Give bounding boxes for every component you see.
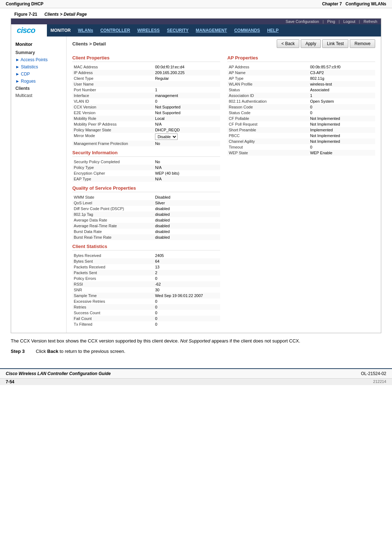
table-row: Short PreambleImplemented bbox=[227, 127, 375, 133]
table-row: AP Address00:0b:85:57:c9:f0 bbox=[227, 64, 375, 70]
table-row: Management Frame ProtectionNo bbox=[72, 141, 220, 146]
sidebar-item-clients[interactable]: Clients bbox=[11, 85, 66, 92]
table-row: Success Count0 bbox=[72, 310, 220, 316]
security-information-header: Security Information bbox=[72, 150, 220, 157]
table-row: Association ID1 bbox=[227, 93, 375, 98]
table-row: Policy Errors0 bbox=[72, 276, 220, 281]
sidebar-item-multicast[interactable]: Multicast bbox=[11, 92, 66, 99]
button-group: < Back Apply Link Test Remove bbox=[277, 39, 375, 48]
save-config-link[interactable]: Save Configuration bbox=[286, 19, 319, 24]
client-properties-header: Client Properties bbox=[72, 55, 220, 62]
table-row: Mobility Peer IP AddressN/A bbox=[72, 121, 220, 127]
table-row: Bytes Sent64 bbox=[72, 258, 220, 264]
table-row: IP Address209.165.200.225 bbox=[72, 70, 220, 76]
table-row: RSSI-62 bbox=[72, 281, 220, 287]
table-row: Fail Count0 bbox=[72, 316, 220, 321]
nav-controller[interactable]: CONTROLLER bbox=[97, 26, 134, 35]
sidebar: Monitor Summary ► Access Points ► Statis… bbox=[11, 37, 67, 333]
sidebar-item-rogues[interactable]: ► Rogues bbox=[11, 78, 66, 85]
table-row: WMM StateDisabled bbox=[72, 194, 220, 200]
table-row: User Name bbox=[72, 81, 220, 87]
ping-link[interactable]: Ping bbox=[327, 19, 335, 24]
back-button[interactable]: < Back bbox=[277, 39, 299, 48]
table-row: EAP TypeN/A bbox=[72, 176, 220, 182]
step3: Step 3 Click Back to return to the previ… bbox=[11, 349, 381, 354]
breadcrumb: Clients > Detail bbox=[72, 41, 106, 47]
table-row: Client TypeRegular bbox=[72, 76, 220, 81]
nav-management[interactable]: MANAGEMENT bbox=[192, 26, 231, 35]
table-row: Tx Filtered0 bbox=[72, 321, 220, 327]
table-row: 802.11 AuthenticationOpen System bbox=[227, 98, 375, 104]
table-row: CCX VersionNot Supported bbox=[72, 104, 220, 110]
table-row: Diff Serv Code Point (DSCP)disabled bbox=[72, 206, 220, 212]
table-row: Timeout0 bbox=[227, 144, 375, 150]
sidebar-item-access-points[interactable]: ► Access Points bbox=[11, 56, 66, 63]
table-row: Average Real-Time Ratedisabled bbox=[72, 223, 220, 229]
table-row: VLAN ID0 bbox=[72, 98, 220, 104]
body-text-paragraph: The CCX Version text box shows the CCX v… bbox=[11, 337, 381, 345]
step3-content: Click Back to return to the previous scr… bbox=[36, 349, 125, 354]
table-row: Channel AgilityNot Implemented bbox=[227, 138, 375, 144]
table-row: Packets Received13 bbox=[72, 264, 220, 270]
table-row: Status Code0 bbox=[227, 110, 375, 116]
nav-wlans[interactable]: WLANs bbox=[74, 26, 97, 35]
mirror-mode-select[interactable]: DisableEnable bbox=[155, 133, 178, 140]
remove-button[interactable]: Remove bbox=[350, 39, 375, 48]
table-row: Bytes Received2405 bbox=[72, 253, 220, 258]
table-row: CF Poll RequestNot Implemented bbox=[227, 121, 375, 127]
table-row: Retries0 bbox=[72, 304, 220, 310]
chapter-label: Chapter 7 Configuring WLANs bbox=[322, 1, 386, 6]
nav-security[interactable]: SECURITY bbox=[163, 26, 192, 35]
sidebar-item-statistics[interactable]: ► Statistics bbox=[11, 63, 66, 71]
table-row: SNR30 bbox=[72, 287, 220, 293]
table-row: 802.1p Tagdisabled bbox=[72, 212, 220, 217]
apply-button[interactable]: Apply bbox=[301, 39, 321, 48]
table-row: Burst Data Ratedisabled bbox=[72, 229, 220, 234]
table-row: Port Number1 bbox=[72, 87, 220, 93]
table-row: Packets Sent2 bbox=[72, 270, 220, 276]
sidebar-title: Monitor bbox=[11, 39, 66, 49]
table-row: AP Type802.11g bbox=[227, 76, 375, 81]
qos-properties-header: Quality of Service Properties bbox=[72, 185, 220, 192]
table-row: Interfacemanagement bbox=[72, 93, 220, 98]
back-text: Back bbox=[47, 349, 58, 354]
table-row: CF PollableNot Implemented bbox=[227, 116, 375, 121]
page-number: 7-54 bbox=[6, 379, 14, 384]
figure-title: Clients > Detail Page bbox=[44, 12, 87, 17]
figure-label: Figure 7-21 bbox=[14, 12, 37, 17]
cisco-logo: cisco bbox=[17, 26, 35, 35]
step3-label: Step 3 bbox=[11, 349, 29, 354]
nav-commands[interactable]: COMMANDS bbox=[231, 26, 263, 35]
nav-wireless[interactable]: WIRELESS bbox=[134, 26, 163, 35]
table-row: Average Data Ratedisabled bbox=[72, 217, 220, 223]
footer-right: OL-21524-02 bbox=[361, 371, 386, 376]
table-row: StatusAssociated bbox=[227, 87, 375, 93]
table-row: Mirror Mode DisableEnable bbox=[72, 133, 220, 141]
table-row: MAC Address00:0d:f0:1f:ec:d4 bbox=[72, 64, 220, 70]
table-row: PBCCNot Implemented bbox=[227, 133, 375, 138]
table-row: Policy Manager StateDHCP_REQD bbox=[72, 127, 220, 133]
logout-link[interactable]: Logout bbox=[343, 19, 355, 24]
table-row: Security Policy CompletedNo bbox=[72, 159, 220, 165]
table-row: Burst Real-Time Ratedisabled bbox=[72, 234, 220, 240]
table-row: Sample TimeWed Sep 19 06:01:22 2007 bbox=[72, 293, 220, 298]
table-row: Mobility RoleLocal bbox=[72, 116, 220, 121]
refresh-link[interactable]: Refresh bbox=[363, 19, 377, 24]
table-row: AP NameC3-AP2 bbox=[227, 70, 375, 76]
table-row: Policy TypeN/A bbox=[72, 165, 220, 170]
table-row: E2E VersionNot Supported bbox=[72, 110, 220, 116]
nav-monitor[interactable]: MONITOR bbox=[47, 26, 74, 35]
ap-properties-header: AP Properties bbox=[227, 55, 375, 62]
not-supported-text: Not Supported bbox=[180, 338, 210, 344]
table-row: Reason Code0 bbox=[227, 104, 375, 110]
table-row: QoS LevelSilver bbox=[72, 200, 220, 206]
sidebar-item-summary[interactable]: Summary bbox=[11, 49, 66, 56]
table-row: Excessive Retries0 bbox=[72, 298, 220, 304]
section-label: Configuring DHCP bbox=[6, 1, 43, 6]
nav-help[interactable]: HELP bbox=[263, 26, 282, 35]
link-test-button[interactable]: Link Test bbox=[322, 39, 348, 48]
table-row: Encryption CipherWEP (40 bits) bbox=[72, 170, 220, 176]
table-row: WLAN Profilewireless-test bbox=[227, 81, 375, 87]
sidebar-item-cdp[interactable]: ► CDP bbox=[11, 71, 66, 78]
main-nav: MONITOR WLANs CONTROLLER WIRELESS SECURI… bbox=[47, 24, 381, 37]
